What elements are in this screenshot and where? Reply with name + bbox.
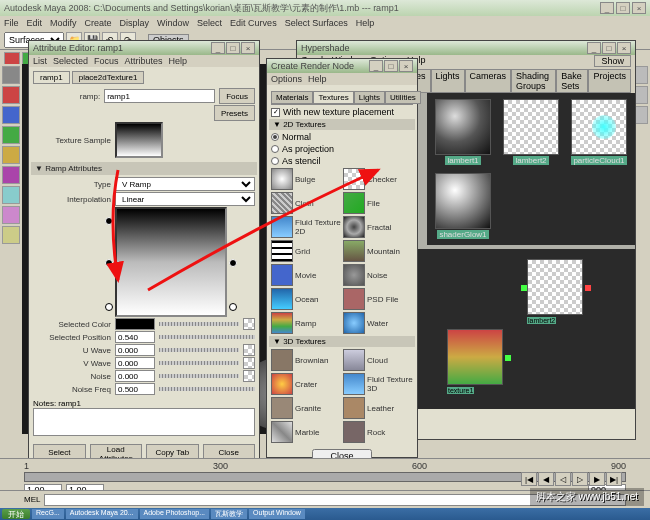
map-button-icon[interactable]: [243, 370, 255, 382]
rewind-start-icon[interactable]: |◀: [521, 472, 537, 486]
tab-textures[interactable]: Textures: [313, 91, 353, 104]
texture-ocean-icon[interactable]: [271, 288, 293, 310]
close-button[interactable]: ×: [632, 2, 646, 14]
tab-utilities[interactable]: Utilities: [385, 91, 421, 104]
step-back-icon[interactable]: ◀: [538, 472, 554, 486]
rotate-tool-icon[interactable]: [2, 106, 20, 124]
radio-normal[interactable]: [271, 133, 279, 141]
ae-menu-selected[interactable]: Selected: [53, 56, 88, 66]
texture-crater-icon[interactable]: [271, 373, 293, 395]
noisefreq-slider[interactable]: [159, 387, 255, 391]
start-button[interactable]: 开始: [2, 509, 30, 519]
texture-noise-icon[interactable]: [343, 264, 365, 286]
texture-grid-icon[interactable]: [271, 240, 293, 262]
radio-projection[interactable]: [271, 145, 279, 153]
tab-place2d[interactable]: place2dTexture1: [72, 71, 145, 84]
texture-label[interactable]: Mountain: [367, 247, 413, 256]
menu-create[interactable]: Create: [85, 18, 112, 28]
menu-display[interactable]: Display: [120, 18, 150, 28]
notes-textarea[interactable]: [33, 408, 255, 436]
maximize-icon[interactable]: □: [384, 60, 398, 72]
taskbar-item[interactable]: Adobe Photoshop...: [140, 509, 210, 519]
texture-marble-icon[interactable]: [271, 421, 293, 443]
crn-menu-options[interactable]: Options: [271, 74, 302, 84]
texture-psd-icon[interactable]: [343, 288, 365, 310]
map-button-icon[interactable]: [243, 357, 255, 369]
texture-checker-icon[interactable]: [343, 168, 365, 190]
minimize-icon[interactable]: _: [369, 60, 383, 72]
tool-icon[interactable]: [2, 166, 20, 184]
menu-edit[interactable]: Edit: [27, 18, 43, 28]
ramp-name-input[interactable]: [104, 89, 215, 103]
vwave-input[interactable]: [115, 357, 155, 369]
minimize-button[interactable]: _: [600, 2, 614, 14]
hypershade-titlebar[interactable]: Hypershade _□×: [297, 41, 635, 55]
texture-fluid2d-icon[interactable]: [271, 216, 293, 238]
radio-stencil[interactable]: [271, 157, 279, 165]
crn-titlebar[interactable]: Create Render Node _□×: [267, 59, 417, 73]
material-swatch[interactable]: shaderGlow1: [433, 173, 493, 239]
texture-label[interactable]: Checker: [367, 175, 413, 184]
texture-mountain-icon[interactable]: [343, 240, 365, 262]
texture-label[interactable]: File: [367, 199, 413, 208]
vwave-slider[interactable]: [159, 361, 239, 365]
texture-fractal-icon[interactable]: [343, 216, 365, 238]
tab-ramp1[interactable]: ramp1: [33, 71, 70, 84]
ramp-gradient[interactable]: [115, 207, 227, 317]
texture-label[interactable]: Crater: [295, 380, 341, 389]
tab-bakesets[interactable]: Bake Sets: [556, 69, 588, 93]
scale-tool-icon[interactable]: [2, 126, 20, 144]
uwave-input[interactable]: [115, 344, 155, 356]
menu-selectsurf[interactable]: Select Surfaces: [285, 18, 348, 28]
maximize-icon[interactable]: □: [602, 42, 616, 54]
presets-button[interactable]: Presets: [214, 105, 255, 121]
texture-granite-icon[interactable]: [271, 397, 293, 419]
menu-editcurves[interactable]: Edit Curves: [230, 18, 277, 28]
ramp-handle[interactable]: [105, 303, 113, 311]
tool-icon[interactable]: [2, 186, 20, 204]
texture-cloud-icon[interactable]: [343, 349, 365, 371]
menu-file[interactable]: File: [4, 18, 19, 28]
work-node[interactable]: texture1: [447, 329, 505, 395]
forward-end-icon[interactable]: ▶|: [606, 472, 622, 486]
texture-label[interactable]: Ramp: [295, 319, 341, 328]
texture-label[interactable]: Brownian: [295, 356, 341, 365]
texture-rock-icon[interactable]: [343, 421, 365, 443]
interpolation-dropdown[interactable]: Linear: [115, 192, 255, 206]
texture-water-icon[interactable]: [343, 312, 365, 334]
material-swatch[interactable]: lambert1: [433, 99, 493, 165]
texture-fluid3d-icon[interactable]: [343, 373, 365, 395]
placement-checkbox[interactable]: ✓: [271, 108, 280, 117]
ramp-handle[interactable]: [229, 259, 237, 267]
materials-panel[interactable]: lambert1 lambert2 particleCloud1 shaderG…: [427, 93, 635, 245]
tool-icon[interactable]: [2, 226, 20, 244]
texture-label[interactable]: Rock: [367, 428, 413, 437]
taskbar-item[interactable]: Autodesk Maya 20...: [66, 509, 138, 519]
map-button-icon[interactable]: [243, 344, 255, 356]
ae-menu-attributes[interactable]: Attributes: [125, 56, 163, 66]
maximize-button[interactable]: □: [616, 2, 630, 14]
selected-color-swatch[interactable]: [115, 318, 155, 330]
selected-position-slider[interactable]: [159, 335, 255, 339]
tab-materials[interactable]: Materials: [271, 91, 313, 104]
ae-menu-focus[interactable]: Focus: [94, 56, 119, 66]
selected-color-slider[interactable]: [159, 322, 239, 326]
noise-slider[interactable]: [159, 374, 239, 378]
texture-leather-icon[interactable]: [343, 397, 365, 419]
noisefreq-input[interactable]: [115, 383, 155, 395]
ramp-handle[interactable]: [229, 303, 237, 311]
texture-label[interactable]: Fluid Texture 2D: [295, 218, 341, 236]
step-forward-icon[interactable]: ▶: [589, 472, 605, 486]
menu-modify[interactable]: Modify: [50, 18, 77, 28]
noise-input[interactable]: [115, 370, 155, 382]
tab-cameras[interactable]: Cameras: [465, 69, 512, 93]
minimize-icon[interactable]: _: [211, 42, 225, 54]
map-button-icon[interactable]: [243, 318, 255, 330]
select-tool-icon[interactable]: [2, 66, 20, 84]
ramp-handle[interactable]: [105, 217, 113, 225]
menu-window[interactable]: Window: [157, 18, 189, 28]
play-back-icon[interactable]: ◁: [555, 472, 571, 486]
texture-label[interactable]: Marble: [295, 428, 341, 437]
texture-label[interactable]: Cloud: [367, 356, 413, 365]
close-icon[interactable]: ×: [617, 42, 631, 54]
